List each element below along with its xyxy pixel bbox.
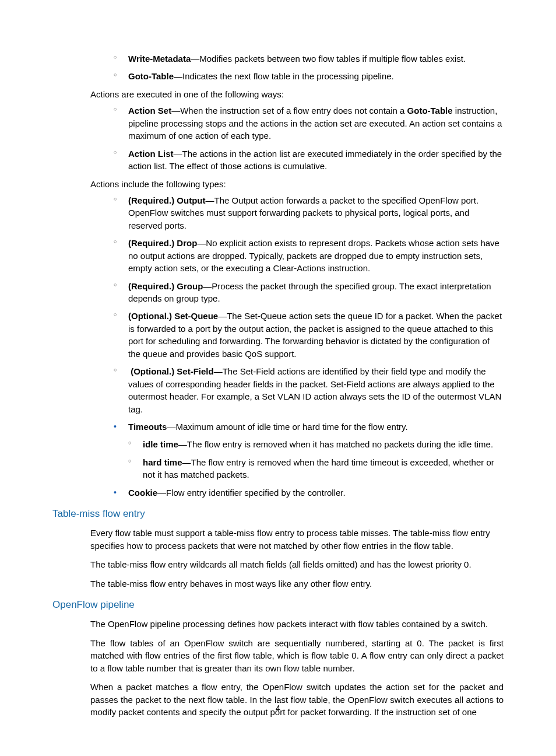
cookie-list: Cookie—Flow entry identifier specified b… [52, 487, 504, 499]
list-item: Action Set—When the instruction set of a… [52, 104, 504, 142]
term: (Optional.) Set-Field [131, 366, 214, 376]
desc: —Maximum amount of idle time or hard tim… [167, 422, 407, 432]
list-item: Timeouts—Maximum amount of idle time or … [52, 421, 504, 433]
term: (Required.) Group [128, 281, 203, 291]
action-types-list: (Required.) Output—The Output action for… [52, 194, 504, 415]
instruction-sublist: Write-Metadata—Modifies packets between … [52, 52, 504, 83]
term: (Required.) Drop [128, 238, 197, 248]
term: Action Set [128, 106, 171, 116]
list-item: (Optional.) Set-Field—The Set-Field acti… [52, 365, 504, 415]
paragraph: Every flow table must support a table-mi… [90, 527, 504, 552]
list-item: idle time—The flow entry is removed when… [52, 438, 504, 450]
term: Write-Metadata [128, 54, 191, 64]
desc: —The flow entry is removed when it has m… [178, 439, 493, 449]
timeouts-sublist: idle time—The flow entry is removed when… [52, 438, 504, 481]
list-item: Goto-Table—Indicates the next flow table… [52, 70, 504, 82]
paragraph: The table-miss flow entry behaves in mos… [90, 578, 504, 590]
paragraph: The table-miss flow entry wildcards all … [90, 558, 504, 570]
desc: —Flow entry identifier specified by the … [157, 488, 346, 498]
list-item: Cookie—Flow entry identifier specified b… [52, 487, 504, 499]
list-item: (Required.) Group—Process the packet thr… [52, 280, 504, 305]
heading-openflow-pipeline: OpenFlow pipeline [52, 598, 504, 612]
list-item: (Required.) Output—The Output action for… [52, 194, 504, 232]
intro-action-types: Actions include the following types: [90, 178, 504, 190]
action-exec-list: Action Set—When the instruction set of a… [52, 104, 504, 172]
term: Action List [128, 149, 174, 159]
list-item: Write-Metadata—Modifies packets between … [52, 52, 504, 65]
term: Goto-Table [128, 71, 174, 81]
term: Timeouts [128, 422, 167, 432]
list-item: (Optional.) Set-Queue—The Set-Queue acti… [52, 310, 504, 360]
term: (Required.) Output [128, 195, 205, 205]
desc: —Modifies packets between two flow table… [191, 54, 466, 64]
heading-table-miss: Table-miss flow entry [52, 507, 504, 521]
paragraph: The flow tables of an OpenFlow switch ar… [90, 637, 504, 674]
desc: —The actions in the action list are exec… [128, 149, 502, 171]
timeouts-list: Timeouts—Maximum amount of idle time or … [52, 421, 504, 433]
intro-actions-exec: Actions are executed in one of the follo… [90, 88, 504, 100]
term: (Optional.) Set-Queue [128, 311, 218, 321]
desc: —The flow entry is removed when the hard… [143, 457, 494, 480]
term: idle time [143, 439, 178, 449]
page-number: 4 [0, 702, 556, 714]
paragraph: The OpenFlow pipeline processing defines… [90, 618, 504, 630]
term: Goto-Table [407, 106, 453, 116]
term: Cookie [128, 488, 157, 498]
desc: —When the instruction set of a flow entr… [171, 106, 407, 116]
list-item: (Required.) Drop—No explicit action exis… [52, 237, 504, 274]
list-item: Action List—The actions in the action li… [52, 148, 504, 173]
list-item: hard time—The flow entry is removed when… [52, 456, 504, 481]
desc: —Indicates the next flow table in the pr… [174, 71, 394, 81]
term: hard time [143, 457, 182, 467]
